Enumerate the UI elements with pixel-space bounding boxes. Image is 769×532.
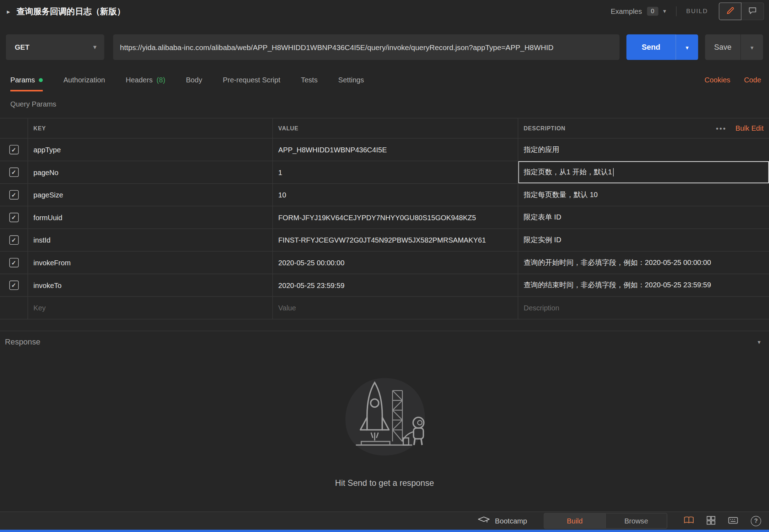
tab-authorization[interactable]: Authorization bbox=[63, 69, 105, 92]
row-checkbox-empty bbox=[0, 297, 27, 319]
build-mode-label: BUILD bbox=[686, 8, 708, 15]
param-key[interactable]: formUuid bbox=[27, 206, 272, 228]
param-key[interactable]: invokeFrom bbox=[27, 251, 272, 273]
divider bbox=[676, 6, 676, 16]
check-icon: ✓ bbox=[11, 237, 16, 243]
query-params-title: Query Params bbox=[10, 100, 769, 111]
tab-body[interactable]: Body bbox=[186, 69, 202, 92]
browse-toggle[interactable]: Browse bbox=[605, 514, 667, 528]
param-description[interactable]: 指定的应用 bbox=[518, 139, 769, 161]
bottom-accent-strip bbox=[0, 530, 769, 532]
table-row: ✓ appType APP_H8WHIDD1WBNP436C4I5E 指定的应用 bbox=[0, 139, 769, 161]
layout-button[interactable] bbox=[706, 516, 715, 526]
examples-dropdown[interactable]: Examples 0 ▾ bbox=[611, 7, 666, 16]
tab-tests[interactable]: Tests bbox=[301, 69, 318, 92]
empty-response-text: Hit Send to get a response bbox=[335, 479, 434, 489]
param-key[interactable]: invokeTo bbox=[27, 274, 272, 296]
row-checkbox[interactable]: ✓ bbox=[0, 139, 27, 161]
row-checkbox[interactable]: ✓ bbox=[0, 206, 27, 228]
param-description[interactable]: 查询的开始时间，非必填字段，例如：2020-05-25 00:00:00 bbox=[518, 251, 769, 273]
tab-pre-request-script[interactable]: Pre-request Script bbox=[223, 69, 280, 92]
method-select[interactable]: GET ▾ bbox=[6, 34, 104, 60]
status-bar: Bootcamp Build Browse ? bbox=[0, 511, 769, 530]
send-options-button[interactable]: ▾ bbox=[676, 34, 698, 60]
code-link[interactable]: Code bbox=[744, 76, 761, 84]
param-value[interactable]: FINST-RFYJCEGVW72G0JT45N92PBW5JX582PMRSA… bbox=[273, 229, 518, 251]
param-value[interactable]: 1 bbox=[273, 161, 518, 183]
response-header: Response ▾ bbox=[0, 331, 769, 353]
param-description[interactable]: 限定表单 ID bbox=[518, 206, 769, 228]
console-button[interactable] bbox=[728, 517, 738, 525]
request-builder: GET ▾ https://yida.alibaba-inc.com/aliba… bbox=[6, 34, 763, 60]
check-icon: ✓ bbox=[11, 147, 16, 153]
row-checkbox[interactable]: ✓ bbox=[0, 251, 27, 273]
build-browse-toggle: Build Browse bbox=[544, 513, 667, 528]
tab-label: Authorization bbox=[63, 76, 105, 84]
request-title: 查询服务回调的日志（新版） bbox=[16, 6, 125, 17]
tab-params[interactable]: Params bbox=[10, 69, 43, 92]
param-description[interactable]: 查询的结束时间，非必填字段，例如：2020-05-25 23:59:59 bbox=[518, 274, 769, 296]
tab-label: Tests bbox=[301, 76, 318, 84]
check-icon: ✓ bbox=[11, 282, 16, 288]
response-title: Response bbox=[5, 338, 41, 347]
tab-label: Settings bbox=[338, 76, 364, 84]
param-description-text: 指定页数，从1 开始，默认1 bbox=[524, 168, 612, 177]
save-button[interactable]: Save bbox=[705, 34, 741, 60]
param-description[interactable]: 限定实例 ID bbox=[518, 229, 769, 251]
tab-label: Body bbox=[186, 76, 202, 84]
check-icon: ✓ bbox=[11, 215, 16, 221]
cookies-link[interactable]: Cookies bbox=[705, 76, 730, 84]
request-header-bar: ▸ 查询服务回调的日志（新版） Examples 0 ▾ BUILD bbox=[0, 0, 769, 23]
row-checkbox[interactable]: ✓ bbox=[0, 274, 27, 296]
chevron-down-icon[interactable]: ▾ bbox=[758, 339, 760, 345]
tab-headers[interactable]: Headers (8) bbox=[126, 69, 165, 92]
param-key[interactable]: pageNo bbox=[27, 161, 272, 183]
comments-button[interactable] bbox=[741, 2, 764, 20]
param-value[interactable]: 10 bbox=[273, 184, 518, 206]
collapse-sidebar-icon[interactable]: ▸ bbox=[7, 7, 10, 15]
bootcamp-label: Bootcamp bbox=[495, 517, 527, 525]
send-button[interactable]: Send bbox=[627, 34, 676, 60]
table-row-new: Key Value Description bbox=[0, 297, 769, 319]
help-button[interactable]: ? bbox=[751, 516, 761, 526]
param-value[interactable]: FORM-JFYJ19KV64CEJYPDY7NHYY0GU80S15GOK94… bbox=[273, 206, 518, 228]
row-checkbox[interactable]: ✓ bbox=[0, 161, 27, 183]
url-input[interactable]: https://yida.alibaba-inc.com/alibaba/web… bbox=[113, 34, 619, 60]
table-row: ✓ formUuid FORM-JFYJ19KV64CEJYPDY7NHYY0G… bbox=[0, 206, 769, 229]
postman-window: ▸ 查询服务回调的日志（新版） Examples 0 ▾ BUILD bbox=[0, 0, 769, 532]
help-icon: ? bbox=[751, 516, 761, 526]
pencil-icon bbox=[726, 6, 735, 16]
row-checkbox[interactable]: ✓ bbox=[0, 184, 27, 206]
edit-request-button[interactable] bbox=[719, 2, 742, 20]
changelog-button[interactable] bbox=[684, 516, 694, 525]
bulk-edit-link[interactable]: Bulk Edit bbox=[736, 124, 764, 132]
param-description[interactable]: 指定每页数量，默认 10 bbox=[518, 184, 769, 206]
check-icon: ✓ bbox=[11, 192, 16, 198]
param-description-editing[interactable]: 指定页数，从1 开始，默认1 bbox=[518, 161, 769, 183]
table-header-row: KEY VALUE DESCRIPTION ••• Bulk Edit bbox=[0, 118, 769, 139]
response-empty-state: Hit Send to get a response bbox=[0, 374, 769, 488]
comment-bubble-icon bbox=[748, 7, 757, 16]
param-value[interactable]: 2020-05-25 00:00:00 bbox=[273, 251, 518, 273]
save-options-button[interactable]: ▾ bbox=[741, 34, 763, 60]
row-checkbox[interactable]: ✓ bbox=[0, 229, 27, 251]
build-toggle[interactable]: Build bbox=[544, 514, 606, 528]
param-key[interactable]: pageSize bbox=[27, 184, 272, 206]
param-description-placeholder[interactable]: Description bbox=[518, 297, 769, 319]
param-key[interactable]: instId bbox=[27, 229, 272, 251]
url-text: https://yida.alibaba-inc.com/alibaba/web… bbox=[120, 43, 554, 51]
tab-settings[interactable]: Settings bbox=[338, 69, 364, 92]
param-key[interactable]: appType bbox=[27, 139, 272, 161]
graduation-cap-icon bbox=[478, 516, 489, 525]
more-options-icon[interactable]: ••• bbox=[716, 124, 727, 132]
tab-label: Headers bbox=[126, 76, 153, 84]
rocket-illustration bbox=[335, 374, 434, 466]
param-value[interactable]: APP_H8WHIDD1WBNP436C4I5E bbox=[273, 139, 518, 161]
examples-label: Examples bbox=[611, 7, 642, 15]
column-key: KEY bbox=[27, 118, 272, 138]
bootcamp-button[interactable]: Bootcamp bbox=[478, 516, 527, 525]
column-value: VALUE bbox=[273, 118, 518, 138]
param-value[interactable]: 2020-05-25 23:59:59 bbox=[273, 274, 518, 296]
param-value-placeholder[interactable]: Value bbox=[273, 297, 518, 319]
param-key-placeholder[interactable]: Key bbox=[27, 297, 272, 319]
